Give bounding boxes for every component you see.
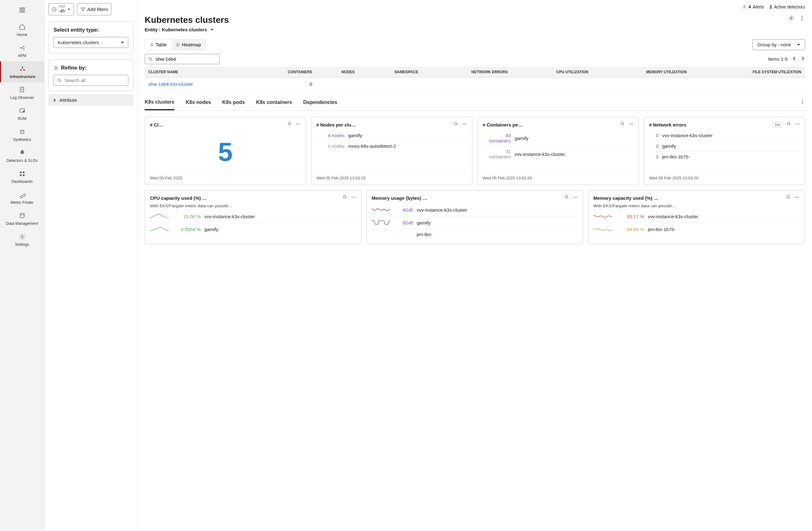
entity-select[interactable]: Kubernetes clusters [54,37,128,48]
add-filters-button[interactable]: Add filters [77,3,112,15]
svg-point-55 [797,197,797,198]
svg-point-23 [58,78,60,81]
tab-more-icon[interactable] [799,99,805,110]
view-heatmap-button[interactable]: Heatmap [171,40,205,50]
detectors-indicator[interactable]: 2 Active detectors [770,4,805,10]
card-memory-usage: Memory usage (bytes) … 6GiB vvv-instance… [366,190,583,244]
hamburger-icon[interactable] [16,4,28,16]
list-icon [149,43,154,47]
more-icon[interactable] [795,195,799,201]
svg-point-50 [355,197,355,198]
pager-prev[interactable] [792,56,796,62]
stat-val: 6GiB [394,207,413,213]
tab-k8s-nodes[interactable]: K8s nodes [186,100,211,110]
sidebar-item-detectors[interactable]: Detectors & SLOs [0,145,44,166]
sidebar-item-settings[interactable]: Settings [0,229,44,250]
refine-search-input[interactable] [64,78,125,83]
groupby-button[interactable]: Group by : none [753,39,805,50]
view-table-button[interactable]: Table [145,40,171,50]
bell-icon[interactable] [453,121,458,128]
settings-gear-icon[interactable] [788,15,795,23]
stat-label: gamify [417,220,578,226]
stat-val: 43 containers [483,133,511,143]
time-range-button[interactable]: PST -4h [48,3,74,15]
tab-k8s-pods[interactable]: K8s pods [222,100,245,110]
more-icon[interactable] [628,121,634,128]
clusters-table: CLUSTER NAME CONTAINERS NODES NAMESPACE … [145,67,805,91]
cell-namespace [359,78,422,91]
pager-text: Items 1-5 [768,56,787,62]
more-icon[interactable] [795,121,800,128]
synthetics-icon [19,127,26,136]
th-fs[interactable]: FILE SYSTEM UTILIZATION [691,67,805,78]
topbar-right: 4 Alerts 2 Active detectors [142,0,808,14]
refine-header: Refine by: [54,65,128,71]
sidebar-item-synthetics[interactable]: Synthetics [0,124,44,145]
search-icon [57,78,62,83]
rum-icon [19,106,26,115]
th-nodes[interactable]: NODES [316,67,359,78]
sidebar-label: Metric Finder [11,200,33,205]
cluster-search-input[interactable] [156,56,216,62]
svg-point-11 [22,131,23,132]
more-icon[interactable] [351,195,356,201]
sidebar-label: Home [17,32,27,37]
stat-row: 1 nodes moss-k8s-autodetect-2 [317,141,467,151]
pager-next[interactable] [801,56,805,62]
bell-icon[interactable] [287,121,292,128]
infrastructure-icon [19,64,26,73]
bell-icon[interactable] [786,121,791,128]
search-row: Items 1-5 [142,54,808,67]
tab-k8s-containers[interactable]: K8s containers [256,100,292,110]
svg-point-24 [791,17,792,19]
th-namespace[interactable]: NAMESPACE [359,67,422,78]
cluster-search[interactable] [145,54,220,64]
entity-breadcrumb[interactable]: Entity : Kubernetes clusters [145,27,229,32]
th-containers[interactable]: CONTAINERS [251,67,316,78]
table-row: shw-1eb4-k3s-cluster 0 [145,78,805,91]
tab-dependencies[interactable]: Dependencies [303,100,337,110]
bell-icon[interactable] [342,195,347,201]
sidebar-item-apm[interactable]: APM [0,40,44,61]
more-icon[interactable] [462,121,467,128]
th-cpu[interactable]: CPU UTILIZATION [511,67,592,78]
sidebar-item-rum[interactable]: RUM [0,103,44,124]
attribute-label: Attribute [59,97,77,103]
apm-icon [19,44,26,52]
sparkline [372,219,390,226]
sidebar-item-infrastructure[interactable]: Infrastructure [0,61,44,82]
alerts-indicator[interactable]: 4 Alerts [742,4,764,10]
sidebar-item-data-management[interactable]: Data Management [0,208,44,229]
bell-icon[interactable] [564,195,569,201]
more-icon[interactable] [296,121,301,128]
sidebar-item-dashboards[interactable]: Dashboards [0,166,44,187]
th-mem[interactable]: MEMORY UTILIZATION [592,67,691,78]
sidebar-item-log-observer[interactable]: Log Observer [0,82,44,103]
tab-k8s-clusters[interactable]: K8s clusters [145,99,174,110]
more-vertical-icon[interactable] [799,15,805,23]
svg-point-34 [802,101,803,102]
stat-row: 93.17 % vvv-instance-k3s-cluster [594,210,799,223]
th-neterr[interactable]: NETWORK ERRORS [422,67,511,78]
cluster-name-link[interactable]: shw-1eb4-k3s-cluster [148,82,193,87]
alerts-count: 4 [749,4,751,10]
card-footer: Wed 05 Feb 2025 13:03:20 [649,173,800,180]
svg-point-21 [56,68,57,69]
bell-icon[interactable] [620,121,625,128]
th-cluster-name[interactable]: CLUSTER NAME [145,67,251,78]
stat-row: 6GiB vvv-instance-k3s-cluster [372,203,578,216]
attribute-row[interactable]: Attribute [48,94,134,106]
home-icon [19,23,26,31]
cards-grid: # Cl… 5 Wed 05 Feb 2025 # Nodes per clu… [142,111,808,250]
refine-search[interactable] [54,75,128,86]
svg-point-1 [23,46,25,47]
sidebar-item-metric-finder[interactable]: Metric Finder [0,187,44,208]
bell-icon[interactable] [786,195,791,201]
sidebar-item-home[interactable]: Home [0,19,44,40]
stat-label: vvv-instance-k3s-cluster [514,152,634,157]
svg-point-49 [353,197,354,198]
stat-label: vvv-instance-k3s-cluster [662,133,800,138]
entity-breadcrumb-label: Entity : Kubernetes clusters [145,27,207,32]
more-icon[interactable] [573,195,578,201]
svg-point-26 [802,18,802,19]
